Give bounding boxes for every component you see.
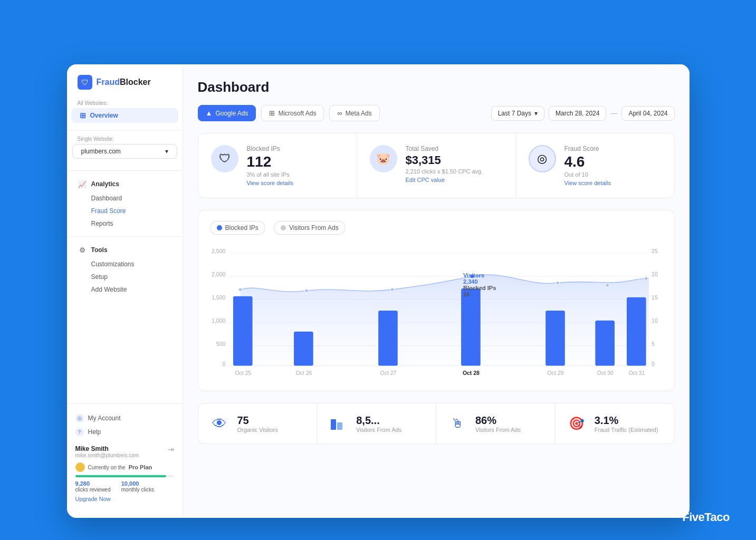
stat-cards: 🛡 Blocked IPs 112 3% of all site IPs Vie… bbox=[198, 133, 675, 198]
tooltip-blocked: Blocked IPs 16 bbox=[463, 285, 496, 297]
blocked-ips-icon: 🛡 bbox=[211, 145, 238, 172]
stat-card-fraud-score: ◎ Fraud Score 4.6 Out of 10 View score d… bbox=[516, 133, 674, 198]
progress-bar bbox=[75, 475, 174, 477]
tab-microsoft-ads[interactable]: ⊞ Microsoft Ads bbox=[261, 105, 324, 121]
user-name: Mike Smith bbox=[75, 445, 139, 452]
upgrade-link[interactable]: Upgrade Now bbox=[75, 496, 174, 502]
svg-text:Oct 26: Oct 26 bbox=[295, 370, 312, 376]
website-selector[interactable]: plumbers.com ▾ bbox=[72, 144, 177, 159]
my-account-link[interactable]: ◎ My Account bbox=[75, 411, 174, 425]
monthly-clicks-value: 10,000 bbox=[121, 480, 154, 487]
tools-icon: ⚙ bbox=[78, 245, 87, 255]
svg-rect-29 bbox=[546, 311, 565, 366]
bottom-stat-visitors-from-ads: 8,5... Visitors From Ads bbox=[317, 403, 436, 443]
legend-visitors-from-ads[interactable]: Visitors From Ads bbox=[274, 221, 346, 235]
bottom-stat-visitors-pct: 🖱 86% Visitors From Ads bbox=[436, 403, 556, 443]
legend-blocked-label: Blocked IPs bbox=[225, 224, 259, 232]
svg-point-23 bbox=[606, 284, 609, 287]
nav-dashboard[interactable]: Dashboard bbox=[72, 192, 177, 205]
nav-setup[interactable]: Setup bbox=[72, 271, 177, 283]
help-label: Help bbox=[88, 428, 101, 436]
svg-text:Oct 31: Oct 31 bbox=[628, 370, 645, 376]
single-website-label: Single Website: bbox=[67, 136, 183, 144]
bottom-stat-organic: 👁 75 Organic Visitors bbox=[198, 403, 318, 443]
bottom-stats: 👁 75 Organic Visitors 8,5... bbox=[198, 403, 675, 444]
legend-dot-blue bbox=[217, 225, 222, 230]
nav-add-website[interactable]: Add Website bbox=[72, 283, 177, 296]
bottom-stat-fraud-traffic: 🎯 3.1% Fraud Traffic (Estimated) bbox=[556, 403, 674, 443]
blocked-ips-value: 112 bbox=[247, 155, 293, 169]
website-name: plumbers.com bbox=[81, 148, 121, 155]
svg-text:2,500: 2,500 bbox=[212, 248, 225, 254]
legend-blocked-ips[interactable]: Blocked IPs bbox=[210, 221, 265, 235]
plan-badge: Currently on the Pro Plan bbox=[75, 462, 174, 472]
svg-text:0: 0 bbox=[222, 361, 225, 367]
toolbar: ▲ Google Ads ⊞ Microsoft Ads ∞ Meta Ads … bbox=[198, 105, 675, 121]
tab-meta-ads[interactable]: ∞ Meta Ads bbox=[329, 105, 379, 121]
total-saved-link[interactable]: Edit CPC value bbox=[406, 177, 483, 183]
total-saved-value: $3,315 bbox=[406, 155, 483, 166]
sidebar-bottom: ◎ My Account ? Help Mike Smith mike.smit… bbox=[67, 403, 183, 507]
organic-visitors-value: 75 bbox=[237, 414, 278, 427]
date-row: Last 7 Days ▾ March 28, 2024 — April 04,… bbox=[491, 106, 675, 121]
nav-reports[interactable]: Reports bbox=[72, 217, 177, 230]
target-icon: 🎯 bbox=[566, 413, 587, 434]
clicks-reviewed-value: 9,280 bbox=[75, 480, 111, 487]
svg-rect-30 bbox=[595, 321, 615, 366]
legend-dot-gray bbox=[281, 225, 286, 230]
legend-visitors-label: Visitors From Ads bbox=[289, 224, 339, 232]
total-saved-icon: 🐷 bbox=[370, 145, 397, 172]
svg-text:Oct 25: Oct 25 bbox=[235, 370, 251, 376]
svg-rect-28 bbox=[461, 288, 481, 365]
fraud-score-icon: ◎ bbox=[529, 145, 556, 172]
svg-text:2,000: 2,000 bbox=[212, 272, 225, 277]
help-link[interactable]: ? Help bbox=[75, 425, 174, 439]
svg-text:1,000: 1,000 bbox=[212, 318, 225, 324]
blocked-ips-sub: 3% of all site IPs bbox=[247, 171, 293, 178]
tools-group: ⚙ Tools bbox=[72, 242, 177, 258]
tooltip-visitors: Visitors 2,340 bbox=[463, 272, 496, 285]
fraud-traffic-value: 3.1% bbox=[595, 414, 658, 427]
svg-text:10: 10 bbox=[652, 318, 658, 324]
account-icon: ◎ bbox=[75, 414, 84, 422]
svg-text:500: 500 bbox=[216, 341, 225, 347]
svg-text:1,500: 1,500 bbox=[212, 295, 225, 301]
blocked-ips-link[interactable]: View score details bbox=[247, 180, 293, 186]
bottom-links: ◎ My Account ? Help bbox=[75, 411, 174, 439]
nav-fraud-score[interactable]: Fraud Score bbox=[72, 205, 177, 217]
visitors-ads-value: 8,5... bbox=[356, 414, 401, 427]
logout-icon[interactable]: ⇥ bbox=[168, 445, 174, 454]
chart-section: Blocked IPs Visitors From Ads Visitors 2… bbox=[198, 210, 675, 391]
overview-label: Overview bbox=[90, 112, 118, 119]
date-end-value: April 04, 2024 bbox=[628, 110, 667, 117]
svg-text:15: 15 bbox=[652, 295, 658, 301]
logo-text: FraudBlocker bbox=[97, 78, 151, 87]
clicks-reviewed-label: clicks reviewed bbox=[75, 487, 111, 493]
chart-area: Visitors 2,340 Blocked IPs 16 2,500 2,00… bbox=[210, 243, 663, 380]
plan-name: Pro Plan bbox=[129, 464, 152, 470]
svg-text:5: 5 bbox=[652, 341, 655, 347]
date-end-input[interactable]: April 04, 2024 bbox=[621, 106, 674, 121]
svg-text:Oct 30: Oct 30 bbox=[597, 370, 613, 376]
date-start-input[interactable]: March 28, 2024 bbox=[549, 106, 606, 121]
svg-text:Oct 29: Oct 29 bbox=[547, 370, 563, 376]
fraud-score-link[interactable]: View score details bbox=[564, 180, 611, 186]
fraud-traffic-label: Fraud Traffic (Estimated) bbox=[595, 427, 658, 433]
user-info: Mike Smith mike.smith@plumbers.com ⇥ bbox=[75, 445, 174, 458]
user-email: mike.smith@plumbers.com bbox=[75, 452, 139, 458]
stat-card-blocked-ips: 🛡 Blocked IPs 112 3% of all site IPs Vie… bbox=[198, 133, 357, 198]
analytics-group: 📈 Analytics bbox=[72, 176, 177, 192]
total-saved-label: Total Saved bbox=[406, 145, 483, 152]
tab-google-ads[interactable]: ▲ Google Ads bbox=[198, 105, 256, 121]
page-title: Dashboard bbox=[198, 79, 675, 95]
svg-point-19 bbox=[304, 289, 308, 292]
nav-customizations[interactable]: Customizations bbox=[72, 258, 177, 271]
overview-nav-item[interactable]: ⊞ Overview bbox=[71, 108, 178, 123]
fraud-score-sub: Out of 10 bbox=[564, 171, 611, 178]
my-account-label: My Account bbox=[88, 414, 121, 422]
plan-dot-icon bbox=[75, 462, 85, 472]
svg-point-22 bbox=[556, 281, 559, 284]
date-range-select[interactable]: Last 7 Days ▾ bbox=[491, 106, 544, 121]
grid-icon: ⊞ bbox=[80, 111, 86, 120]
chevron-down-icon: ▾ bbox=[165, 148, 168, 155]
